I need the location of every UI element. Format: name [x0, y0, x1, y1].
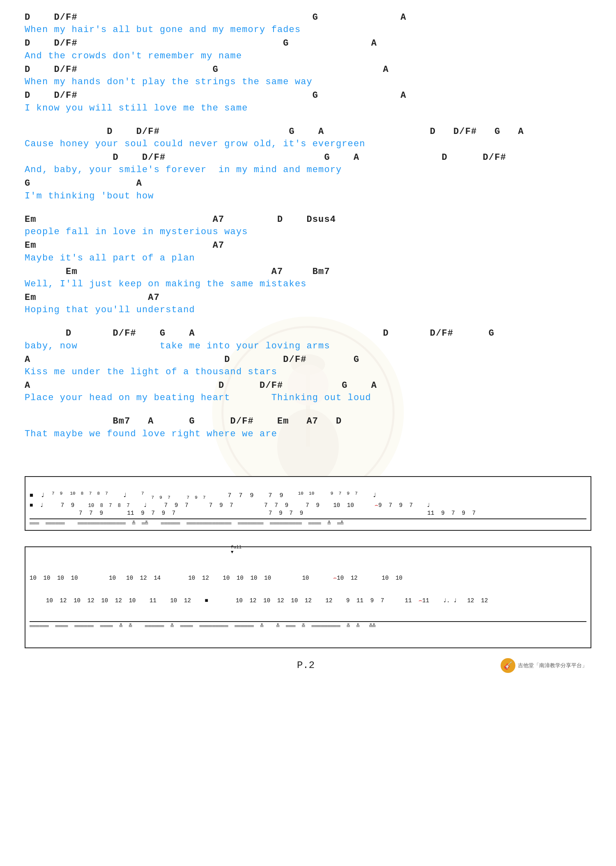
- tab-notation-1: ■ ♩ 7 9 10 8 7 8 7 ♩ 7 7 9 7 7 9 7 7 7 9…: [30, 482, 586, 501]
- tab-numbers-row3: 10 10 10 10 10 10 12 14 10 12 10 10 10 1…: [30, 574, 586, 582]
- tab-section-2: full▼ 10 10 10 10 10 10 12 14 10 12 10 1…: [25, 546, 591, 648]
- chord-line-11: Em A7: [25, 293, 591, 303]
- lyric-line-5: Cause honey your soul could never grow o…: [25, 137, 591, 151]
- lyric-line-11: Hoping that you'll understand: [25, 303, 591, 317]
- lyric-line-14: Place your head on my beating heart Thin…: [25, 391, 591, 405]
- chord-line-9: Em A7: [25, 240, 591, 251]
- chord-line-3: D D/F# G A: [25, 64, 591, 75]
- page-footer: P.2 🎸 吉他堂「南漳教学分享平台」: [25, 658, 591, 673]
- chord-line-7: G A: [25, 178, 591, 189]
- logo-text: 吉他堂「南漳教学分享平台」: [518, 662, 587, 669]
- lyric-line-2: And the crowds don't remember my name: [25, 49, 591, 63]
- lyric-line-3: When my hands don't play the strings the…: [25, 75, 591, 89]
- lyric-line-7: I'm thinking 'bout how: [25, 189, 591, 203]
- chord-line-6: D D/F# G A D D/F#: [25, 152, 591, 163]
- chord-line-13: A D D/F# G: [25, 355, 591, 365]
- lyric-line-9: Maybe it's all part of a plan: [25, 251, 591, 265]
- chorus-2-section: D D/F# G A D D/F# G baby, now take me in…: [25, 328, 591, 405]
- lyric-line-10: Well, I'll just keep on making the same …: [25, 277, 591, 291]
- tab-section-1: ■ ♩ 7 9 10 8 7 8 7 ♩ 7 7 9 7 7 9 7 7 7 9…: [25, 476, 591, 531]
- logo-area: 🎸 吉他堂「南漳教学分享平台」: [501, 658, 587, 673]
- page-container: 南漳教学分享平台 D D/F# G A When my hair's all b…: [0, 0, 616, 866]
- full-label: full▼: [231, 545, 241, 555]
- verse-1-section: D D/F# G A When my hair's all but gone a…: [25, 12, 591, 115]
- lyric-line-1: When my hair's all but gone and my memor…: [25, 23, 591, 37]
- tab-full-area: full▼ 10 10 10 10 10 10 12 14 10 12 10 1…: [30, 552, 586, 644]
- chord-line-8: Em A7 D Dsus4: [25, 214, 591, 225]
- lyric-line-4: I know you will still love me the same: [25, 101, 591, 115]
- chord-line-10: Em A7 Bm7: [25, 267, 591, 277]
- chorus-section: D D/F# G A D D/F# G A Cause honey your s…: [25, 127, 591, 203]
- chord-line-5: D D/F# G A D D/F# G A: [25, 127, 591, 137]
- verse-2-section: Em A7 D Dsus4 people fall in love in mys…: [25, 214, 591, 317]
- tab-numbers-row2: 7 7 9 11 9 7 9 7 7 9 7 9 11 9 7 9 7: [30, 509, 586, 517]
- chord-line-15: Bm7 A G D/F# Em A7 D: [25, 416, 591, 427]
- tab-numbers-row1: ■ ♩ 7 9 10 8 7 8 7 ♩ 7 9 7 7 9 7 7 7 9 7…: [30, 502, 586, 509]
- outro-section: Bm7 A G D/F# Em A7 D That maybe we found…: [25, 416, 591, 440]
- logo-icon: 🎸: [501, 658, 515, 673]
- chord-line-1: D D/F# G A: [25, 12, 591, 23]
- lyric-line-15: That maybe we found love right where we …: [25, 427, 591, 441]
- lyric-line-8: people fall in love in mysterious ways: [25, 225, 591, 239]
- lyric-line-6: And, baby, your smile's forever in my mi…: [25, 163, 591, 177]
- chord-line-4: D D/F# G A: [25, 90, 591, 101]
- chord-line-2: D D/F# G A: [25, 38, 591, 49]
- main-content: D D/F# G A When my hair's all but gone a…: [25, 12, 591, 673]
- lyric-line-13: Kiss me under the light of a thousand st…: [25, 365, 591, 379]
- chord-line-12: D D/F# G A D D/F# G: [25, 328, 591, 339]
- tab-rhythm-1: ═══ ══════ ═══════════════ ╩ ═╩ ══════ ═…: [30, 518, 586, 527]
- page-number: P.2: [111, 660, 501, 671]
- lyric-line-12: baby, now take me into your loving arms: [25, 339, 591, 353]
- chord-line-14: A D D/F# G A: [25, 380, 591, 391]
- tab-rhythm-2: ══════ ════ ══════ ════ ╩ ╩ ══════ ╩ ═══…: [30, 621, 586, 629]
- tab-numbers-row4: 10 12 10 12 10 12 10 11 10 12 ■ 10 12 10…: [30, 597, 586, 605]
